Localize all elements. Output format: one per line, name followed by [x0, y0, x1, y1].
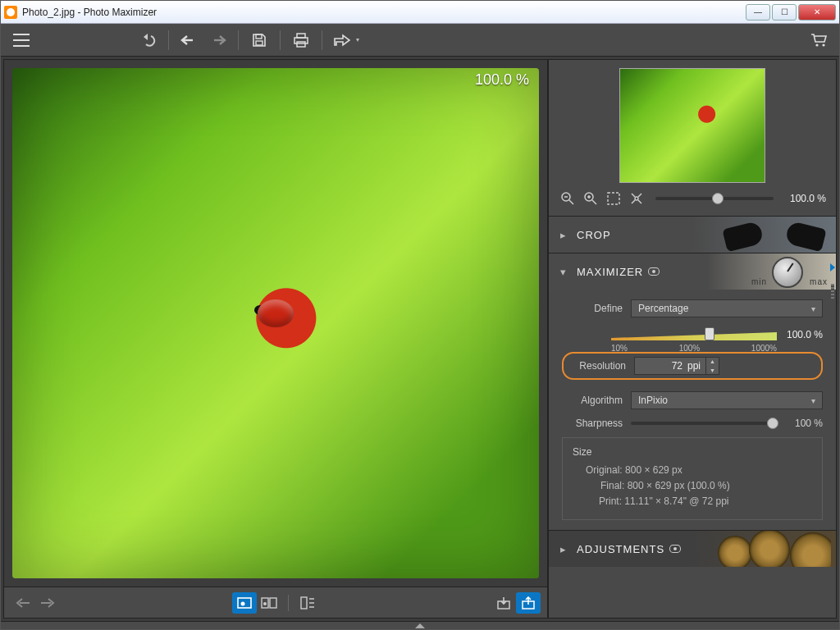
- separator: [288, 595, 289, 611]
- adjustments-panel-header[interactable]: ▸ ADJUSTMENTS: [549, 531, 836, 567]
- svg-point-11: [263, 602, 267, 605]
- zoom-fit-icon[interactable]: [605, 189, 623, 208]
- resolution-spinner[interactable]: 72 ppi ▲ ▼: [634, 357, 719, 375]
- chevron-right-icon: ▸: [560, 229, 568, 241]
- algorithm-value: InPixio: [638, 395, 668, 406]
- share-button[interactable]: ▾: [329, 28, 363, 52]
- adjustments-panel: ▸ ADJUSTMENTS: [549, 530, 836, 567]
- bottom-handle: [1, 621, 839, 629]
- resolution-value: 72: [635, 360, 687, 372]
- zoom-level-display: 100.0 %: [475, 71, 529, 89]
- close-button[interactable]: ✕: [798, 4, 836, 21]
- export-button[interactable]: [516, 592, 541, 614]
- view-compare-button[interactable]: [257, 592, 281, 614]
- separator: [280, 30, 281, 50]
- filmstrip-button[interactable]: [295, 592, 320, 614]
- svg-rect-4: [297, 42, 305, 47]
- main-area: 100.0 %: [1, 57, 839, 621]
- percentage-value: 100.0 %: [787, 329, 823, 340]
- svg-rect-12: [301, 597, 307, 609]
- maximizer-panel-header[interactable]: ▾ MAXIMIZER min max: [549, 253, 836, 290]
- sharpness-slider[interactable]: [631, 422, 778, 425]
- zoom-actual-icon[interactable]: [628, 189, 646, 208]
- gears-decoration: [708, 531, 831, 567]
- expand-right-button[interactable]: [830, 263, 835, 272]
- crop-panel: ▸ CROP: [549, 216, 836, 253]
- svg-rect-10: [270, 598, 276, 608]
- menu-button[interactable]: [7, 28, 35, 52]
- expand-bottom-button[interactable]: [415, 623, 425, 628]
- canvas-footer: [4, 587, 547, 618]
- min-label: min: [751, 277, 767, 286]
- next-image-button[interactable]: [35, 592, 60, 614]
- image-preview: [12, 68, 539, 578]
- import-button[interactable]: [491, 592, 516, 614]
- resolution-label: Resolution: [570, 360, 626, 372]
- zoom-slider[interactable]: [655, 197, 774, 200]
- minimize-button[interactable]: —: [746, 4, 770, 21]
- sharpness-label: Sharpness: [562, 418, 623, 429]
- resolution-row-highlight: Resolution 72 ppi ▲ ▼: [562, 352, 823, 380]
- crop-decoration: [721, 220, 828, 249]
- svg-point-6: [822, 43, 824, 46]
- max-label: max: [810, 277, 828, 286]
- size-print: Print: 11.11" × 8.74" @ 72 ppi: [599, 495, 812, 507]
- titlebar: Photo_2.jpg - Photo Maximizer — ☐ ✕: [1, 1, 839, 24]
- size-final: Final: 800 × 629 px (100.0 %): [600, 480, 812, 491]
- dial-decoration: [772, 257, 803, 288]
- define-select[interactable]: Percentage: [631, 299, 823, 317]
- undo-all-button[interactable]: [134, 28, 162, 52]
- right-edge-handle: [829, 257, 836, 306]
- thumbnail-navigator[interactable]: [619, 68, 765, 183]
- zoom-controls: 100.0 %: [549, 186, 836, 216]
- resolution-up-button[interactable]: ▲: [706, 357, 719, 366]
- size-title: Size: [573, 446, 812, 458]
- zoom-out-icon[interactable]: [559, 189, 577, 208]
- save-button[interactable]: [245, 28, 273, 52]
- app-body: ▾ 100.0 %: [1, 24, 839, 629]
- undo-button[interactable]: [176, 28, 203, 52]
- sharpness-value: 100 %: [787, 418, 823, 429]
- separator: [168, 30, 169, 50]
- svg-point-5: [815, 43, 818, 46]
- cart-button[interactable]: [805, 28, 833, 52]
- maximizer-title: MAXIMIZER: [577, 266, 643, 278]
- toolbar: ▾: [1, 24, 839, 57]
- resolution-unit: ppi: [687, 360, 705, 372]
- percentage-slider[interactable]: 100.0 % 10% 100% 1000%: [611, 326, 823, 347]
- size-box: Size Original: 800 × 629 px Final: 800 ×…: [562, 437, 823, 520]
- crop-panel-header[interactable]: ▸ CROP: [549, 217, 836, 253]
- define-label: Define: [562, 303, 623, 314]
- maximize-button[interactable]: ☐: [772, 4, 797, 21]
- percentage-ticks: 10% 100% 1000%: [611, 344, 777, 353]
- separator: [322, 30, 322, 50]
- view-single-button[interactable]: [232, 592, 257, 614]
- maximizer-body: Define Percentage 100.0 %: [549, 290, 836, 530]
- maximizer-panel: ▾ MAXIMIZER min max Define Percentage: [549, 253, 836, 530]
- visibility-icon[interactable]: [669, 545, 681, 553]
- adjustments-title: ADJUSTMENTS: [577, 543, 664, 555]
- algorithm-label: Algorithm: [562, 395, 623, 406]
- svg-rect-1: [256, 41, 262, 45]
- prev-image-button[interactable]: [11, 592, 35, 614]
- svg-point-8: [240, 601, 244, 605]
- redo-button[interactable]: [203, 28, 231, 52]
- print-button[interactable]: [287, 28, 315, 52]
- thumbnail-area: [549, 60, 836, 186]
- app-window: Photo_2.jpg - Photo Maximizer — ☐ ✕: [0, 0, 840, 630]
- size-original: Original: 800 × 629 px: [586, 464, 812, 476]
- app-icon: [4, 6, 17, 19]
- visibility-icon[interactable]: [648, 267, 660, 276]
- algorithm-select[interactable]: InPixio: [631, 391, 823, 409]
- crop-title: CROP: [577, 229, 611, 241]
- chevron-down-icon: ▾: [560, 266, 568, 278]
- grip-icon[interactable]: [831, 284, 834, 300]
- separator: [238, 30, 239, 50]
- zoom-in-icon[interactable]: [582, 189, 600, 208]
- chevron-right-icon: ▸: [560, 543, 568, 555]
- canvas[interactable]: 100.0 %: [4, 60, 547, 587]
- window-title: Photo_2.jpg - Photo Maximizer: [22, 7, 744, 18]
- define-value: Percentage: [638, 303, 688, 314]
- resolution-down-button[interactable]: ▼: [706, 366, 719, 375]
- side-panel: 100.0 % ▸ CROP ▾ MAXIMIZER min: [548, 59, 837, 619]
